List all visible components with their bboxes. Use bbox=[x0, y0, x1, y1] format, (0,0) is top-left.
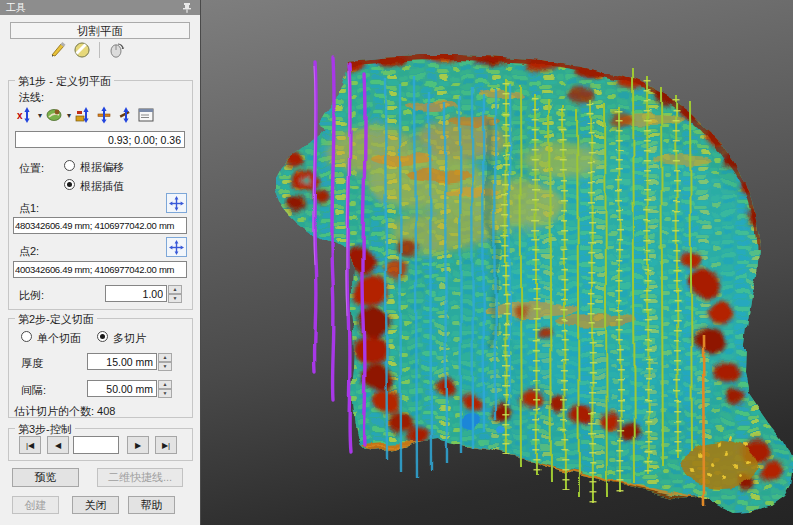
panel-toolbar bbox=[50, 40, 126, 60]
point2-pick-button[interactable] bbox=[166, 237, 187, 257]
normal-dialog-icon[interactable] bbox=[137, 106, 155, 124]
edit-plane-icon[interactable] bbox=[50, 41, 68, 59]
nav-prev-button[interactable]: ◀ bbox=[47, 436, 69, 454]
step3-legend: 第3步-控制 bbox=[15, 422, 75, 437]
radio-single-section[interactable] bbox=[21, 331, 32, 342]
spin-up-icon[interactable]: ▲ bbox=[168, 285, 182, 294]
point2-label: 点2: bbox=[19, 244, 39, 259]
step1-group: 第1步 - 定义切平面 法线: x ▾ ▾ bbox=[8, 80, 193, 310]
point1-pick-button[interactable] bbox=[166, 193, 187, 213]
point1-value-input[interactable] bbox=[13, 217, 187, 234]
point-cloud-model bbox=[241, 30, 793, 525]
normal-vertical-icon[interactable] bbox=[95, 106, 113, 124]
normal-toolbar: x ▾ ▾ bbox=[16, 106, 155, 124]
pin-icon[interactable] bbox=[182, 2, 192, 13]
help-button[interactable]: 帮助 bbox=[128, 496, 175, 514]
spacing-input[interactable] bbox=[87, 380, 157, 397]
dropdown-caret-icon[interactable]: ▾ bbox=[67, 111, 71, 120]
radio-multi-slice-label[interactable]: 多切片 bbox=[113, 331, 146, 346]
nav-first-button[interactable]: |◀ bbox=[19, 436, 41, 454]
shortcut-2d-button[interactable]: 二维快捷线... bbox=[97, 468, 183, 487]
radio-by-interpolation[interactable] bbox=[64, 179, 75, 190]
slice-count-estimate: 估计切片的个数: 408 bbox=[14, 404, 115, 419]
radio-by-offset[interactable] bbox=[64, 160, 75, 171]
normal-value-input[interactable] bbox=[15, 131, 185, 148]
tools-panel: 工具 切割平面 bbox=[0, 0, 201, 525]
normal-view-icon[interactable] bbox=[45, 106, 63, 124]
scale-spinner[interactable]: ▲ ▼ bbox=[168, 285, 182, 302]
spacing-spinner[interactable]: ▲ ▼ bbox=[158, 380, 172, 397]
step3-group: 第3步-控制 |◀ ◀ ▶ ▶| bbox=[8, 428, 193, 461]
spin-down-icon[interactable]: ▼ bbox=[168, 294, 182, 303]
thickness-label: 厚度 bbox=[21, 356, 43, 371]
spin-down-icon[interactable]: ▼ bbox=[158, 389, 172, 398]
spin-up-icon[interactable]: ▲ bbox=[158, 380, 172, 389]
point-cloud-scene bbox=[201, 0, 793, 525]
panel-titlebar[interactable]: 工具 bbox=[0, 0, 200, 15]
ruler-line-orange bbox=[703, 335, 704, 505]
mouse-rotate-icon[interactable] bbox=[108, 41, 126, 59]
toolbar-separator bbox=[99, 42, 100, 58]
svg-text:x: x bbox=[17, 110, 23, 121]
position-label: 位置: bbox=[19, 161, 44, 176]
step2-group: 第2步-定义切面 单个切面 多切片 厚度 ▲ ▼ 间隔: ▲ ▼ bbox=[8, 318, 193, 418]
viewport-3d[interactable] bbox=[201, 0, 793, 525]
normal-tilt-icon[interactable] bbox=[116, 106, 134, 124]
radio-by-interpolation-label[interactable]: 根据插值 bbox=[80, 179, 124, 194]
radio-by-offset-label[interactable]: 根据偏移 bbox=[80, 160, 124, 175]
close-button[interactable]: 关闭 bbox=[72, 496, 119, 514]
tool-header: 切割平面 bbox=[10, 22, 190, 39]
application-window: 工具 切割平面 bbox=[0, 0, 793, 525]
move-cross-icon bbox=[169, 240, 184, 255]
point2-value-input[interactable] bbox=[13, 261, 187, 278]
radio-multi-slice[interactable] bbox=[97, 331, 108, 342]
thickness-spinner[interactable]: ▲ ▼ bbox=[158, 353, 172, 370]
create-button[interactable]: 创建 bbox=[12, 496, 59, 514]
sphere-icon[interactable] bbox=[73, 41, 91, 59]
radio-single-section-label[interactable]: 单个切面 bbox=[37, 331, 81, 346]
normal-x-axis-icon[interactable]: x bbox=[16, 106, 34, 124]
point1-label: 点1: bbox=[19, 201, 39, 216]
preview-button[interactable]: 预览 bbox=[12, 468, 79, 487]
dropdown-caret-icon[interactable]: ▾ bbox=[38, 111, 42, 120]
normal-label: 法线: bbox=[19, 90, 44, 105]
thickness-input[interactable] bbox=[87, 353, 157, 370]
scale-input[interactable] bbox=[105, 285, 167, 302]
spacing-label: 间隔: bbox=[21, 383, 46, 398]
step1-legend: 第1步 - 定义切平面 bbox=[15, 74, 114, 89]
nav-next-button[interactable]: ▶ bbox=[127, 436, 149, 454]
move-cross-icon bbox=[169, 196, 184, 211]
scale-label: 比例: bbox=[19, 288, 44, 303]
panel-title: 工具 bbox=[6, 2, 26, 13]
spin-up-icon[interactable]: ▲ bbox=[158, 353, 172, 362]
normal-edit-icon[interactable] bbox=[74, 106, 92, 124]
spin-down-icon[interactable]: ▼ bbox=[158, 362, 172, 371]
step2-legend: 第2步-定义切面 bbox=[15, 312, 97, 327]
slice-index-input[interactable] bbox=[73, 436, 119, 454]
nav-last-button[interactable]: ▶| bbox=[155, 436, 177, 454]
